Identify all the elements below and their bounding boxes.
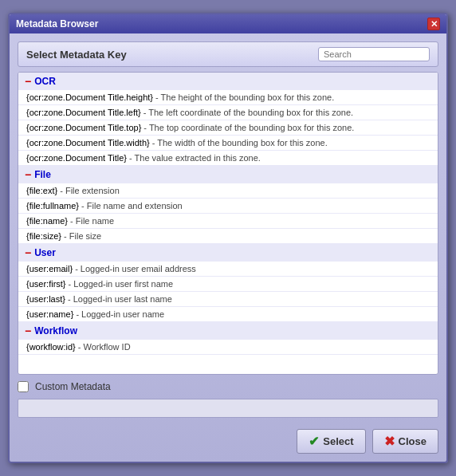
- key-desc: - Logged-in user last name: [65, 294, 172, 304]
- select-button[interactable]: ✔ Select: [297, 429, 365, 454]
- key-name: {workflow:id}: [26, 342, 76, 352]
- key-name: {ocr:zone.Document Title}: [26, 153, 127, 163]
- key-name: {ocr:zone.Document Title.height}: [26, 92, 153, 102]
- key-name: {ocr:zone.Document Title.top}: [26, 123, 141, 132]
- collapse-icon-workflow: −: [25, 325, 31, 336]
- footer: ✔ Select ✖ Close: [18, 426, 438, 454]
- key-desc: - File size: [61, 231, 101, 241]
- collapse-icon-user: −: [25, 247, 31, 258]
- metadata-item[interactable]: {ocr:zone.Document Title.top} - The top …: [18, 120, 438, 136]
- metadata-item[interactable]: {file:ext} - File extension: [18, 183, 438, 199]
- metadata-item[interactable]: {ocr:zone.Document Title} - The value ex…: [18, 151, 438, 166]
- category-header-workflow[interactable]: − Workflow: [18, 322, 438, 340]
- key-name: {file:fullname}: [26, 201, 79, 210]
- select-button-label: Select: [323, 435, 353, 447]
- key-desc: - The value extracted in this zone.: [127, 153, 261, 163]
- key-name: {user:first}: [26, 279, 66, 289]
- category-label-ocr: OCR: [34, 76, 56, 87]
- metadata-item[interactable]: {ocr:zone.Document Title.height} - The h…: [18, 90, 438, 105]
- key-desc: - Logged-in user name: [73, 309, 164, 319]
- key-desc: - File name: [68, 216, 114, 226]
- metadata-item[interactable]: {file:name} - File name: [18, 214, 438, 229]
- key-desc: - The width of the bounding box for this…: [150, 138, 328, 148]
- category-label-workflow: Workflow: [34, 325, 77, 336]
- x-icon: ✖: [384, 434, 395, 449]
- custom-metadata-input[interactable]: [18, 399, 438, 418]
- category-label-file: File: [34, 169, 51, 180]
- category-header-user[interactable]: − User: [18, 244, 438, 262]
- metadata-item[interactable]: {ocr:zone.Document Title.left} - The lef…: [18, 105, 438, 120]
- metadata-item[interactable]: {user:first} - Logged-in user first name: [18, 277, 438, 292]
- key-desc: - Logged-in user first name: [66, 279, 174, 289]
- category-header-file[interactable]: − File: [18, 166, 438, 183]
- metadata-item[interactable]: {user:last} - Logged-in user last name: [18, 292, 438, 307]
- metadata-item[interactable]: {workflow:id} - Workflow ID: [18, 340, 438, 355]
- key-desc: - Logged-in user email address: [73, 264, 196, 273]
- key-desc: - The left coordinate of the bounding bo…: [141, 108, 353, 117]
- key-name: {user:last}: [26, 294, 65, 304]
- custom-metadata-checkbox[interactable]: [18, 381, 29, 392]
- metadata-item[interactable]: {file:fullname} - File name and extensio…: [18, 199, 438, 214]
- key-name: {user:email}: [26, 264, 73, 273]
- metadata-browser-dialog: Metadata Browser ✕ Select Metadata Key −…: [8, 13, 448, 463]
- key-desc: - Workflow ID: [76, 342, 131, 352]
- metadata-item[interactable]: {user:name} - Logged-in user name: [18, 307, 438, 322]
- title-bar: Metadata Browser ✕: [10, 14, 446, 33]
- key-desc: - The top coordinate of the bounding box…: [141, 123, 354, 132]
- key-desc: - File name and extension: [79, 201, 183, 210]
- custom-metadata-label: Custom Metadata: [35, 381, 111, 392]
- key-name: {ocr:zone.Document Title.left}: [26, 108, 141, 117]
- category-label-user: User: [34, 247, 56, 258]
- category-header-ocr[interactable]: − OCR: [18, 73, 438, 90]
- collapse-icon-ocr: −: [25, 76, 31, 87]
- metadata-item[interactable]: {file:size} - File size: [18, 229, 438, 244]
- close-button-label: Close: [399, 435, 427, 447]
- close-button[interactable]: ✖ Close: [372, 429, 438, 454]
- key-name: {file:name}: [26, 216, 68, 226]
- metadata-item[interactable]: {ocr:zone.Document Title.width} - The wi…: [18, 136, 438, 151]
- section-header-title: Select Metadata Key: [26, 49, 127, 61]
- metadata-list[interactable]: − OCR{ocr:zone.Document Title.height} - …: [18, 72, 438, 375]
- key-desc: - The height of the bounding box for thi…: [153, 92, 334, 102]
- collapse-icon-file: −: [25, 169, 31, 180]
- dialog-title: Metadata Browser: [16, 18, 98, 30]
- section-header: Select Metadata Key: [18, 41, 438, 67]
- key-name: {ocr:zone.Document Title.width}: [26, 138, 150, 148]
- search-input[interactable]: [318, 47, 430, 61]
- metadata-item[interactable]: {user:email} - Logged-in user email addr…: [18, 262, 438, 277]
- dialog-body: Select Metadata Key − OCR{ocr:zone.Docum…: [10, 33, 446, 462]
- checkmark-icon: ✔: [309, 434, 319, 449]
- key-name: {user:name}: [26, 309, 73, 319]
- key-desc: - File extension: [57, 186, 120, 195]
- key-name: {file:size}: [26, 231, 61, 241]
- custom-section: Custom Metadata: [18, 381, 438, 392]
- key-name: {file:ext}: [26, 186, 57, 195]
- title-bar-close-button[interactable]: ✕: [427, 18, 440, 30]
